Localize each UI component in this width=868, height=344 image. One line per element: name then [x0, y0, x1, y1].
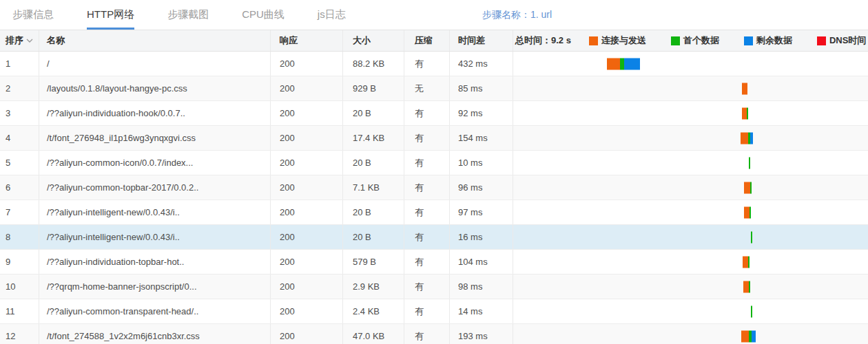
waterfall-bar[interactable]	[607, 58, 640, 69]
waterfall-bar[interactable]	[751, 305, 752, 317]
header-time-diff: 时间差	[450, 30, 513, 51]
waterfall-cell	[513, 299, 868, 323]
legend-item-connect: 连接与发送	[589, 34, 646, 47]
waterfall-cell	[513, 324, 868, 344]
compression-flag: 有	[404, 299, 450, 323]
compression-flag: 有	[404, 101, 450, 125]
tab-label-cpu-curve: CPU曲线	[242, 8, 285, 21]
row-index: 8	[0, 225, 39, 249]
row-index: 1	[0, 52, 39, 76]
request-name[interactable]: /t/font_274588_1v2x2m6j61cnb3xr.css	[39, 324, 271, 344]
response-size: 88.2 KB	[343, 52, 404, 76]
request-name[interactable]: /??aliyun-common-icon/0.0.7/index...	[39, 151, 271, 175]
compression-flag: 有	[404, 200, 450, 224]
header-name: 名称	[39, 30, 271, 51]
table-row-selected[interactable]: 8 /??aliyun-intelligent-new/0.0.43/i.. 2…	[0, 225, 868, 250]
tab-step-screenshot[interactable]: 步骤截图	[167, 0, 209, 30]
legend-label: 连接与发送	[601, 34, 646, 47]
row-index: 7	[0, 200, 39, 224]
legend-item-dns: DNS时间	[817, 34, 866, 47]
table-row[interactable]: 5 /??aliyun-common-icon/0.0.7/index... 2…	[0, 151, 868, 175]
step-name-value[interactable]: 1. url	[530, 9, 552, 20]
response-size: 20 B	[343, 200, 404, 224]
response-code: 200	[271, 101, 343, 125]
request-name[interactable]: /??aliyun-common-topbar-2017/0.0.2..	[39, 175, 271, 200]
tab-step-info[interactable]: 步骤信息	[12, 0, 54, 30]
table-row[interactable]: 6 /??aliyun-common-topbar-2017/0.0.2.. 2…	[0, 175, 868, 200]
legend-item-first: 首个数据	[671, 34, 719, 47]
tab-cpu-curve[interactable]: CPU曲线	[242, 0, 285, 30]
table-row[interactable]: 12 /t/font_274588_1v2x2m6j61cnb3xr.css 2…	[0, 324, 868, 344]
request-name[interactable]: /??qrqm-home-banner-jsonpscript/0...	[39, 275, 271, 299]
waterfall-cell	[513, 225, 868, 249]
time-diff: 154 ms	[450, 126, 513, 150]
waterfall-bar[interactable]	[741, 330, 756, 342]
request-name[interactable]: /t/font_276948_il1p16wg3ynqxgvi.css	[39, 126, 271, 150]
waterfall-bar[interactable]	[744, 182, 752, 193]
request-name[interactable]: /	[39, 52, 271, 76]
chevron-down-icon[interactable]	[26, 39, 33, 43]
step-name-label: 步骤名称：	[482, 9, 530, 20]
total-time-label: 总时间：9.2 s	[515, 34, 571, 47]
waterfall-bar[interactable]	[749, 157, 750, 169]
response-size: 20 B	[343, 101, 404, 125]
waterfall-bar[interactable]	[744, 206, 751, 218]
header-compression: 压缩	[404, 30, 450, 51]
waterfall-bar[interactable]	[743, 256, 750, 268]
row-index: 9	[0, 250, 39, 274]
waterfall-segment-connect	[741, 330, 749, 342]
waterfall-segment-first	[748, 256, 750, 268]
table-row[interactable]: 4 /t/font_276948_il1p16wg3ynqxgvi.css 20…	[0, 126, 868, 151]
response-size: 20 B	[343, 151, 404, 175]
header-sort[interactable]: 排序	[0, 30, 39, 51]
table-header: 排序 名称 响应 大小 压缩 时间差 总时间：9.2 s 连接与发送 首个数据 …	[0, 30, 868, 52]
response-code: 200	[271, 299, 343, 323]
waterfall-cell	[513, 126, 868, 150]
header-waterfall: 总时间：9.2 s 连接与发送 首个数据 剩余数据 DNS时间	[513, 30, 868, 51]
row-index: 3	[0, 101, 39, 125]
request-name[interactable]: /??aliyun-intelligent-new/0.0.43/i..	[39, 200, 271, 224]
waterfall-segment-first	[749, 281, 750, 292]
response-code: 200	[271, 151, 343, 175]
request-name[interactable]: /layouts/0.1.8/layout-hangye-pc.css	[39, 76, 271, 100]
request-name[interactable]: /??aliyun-common-transparent-head/..	[39, 299, 271, 323]
row-index: 10	[0, 275, 39, 299]
waterfall-bar[interactable]	[741, 132, 753, 144]
waterfall-segment-first	[750, 206, 751, 218]
waterfall-bar[interactable]	[743, 281, 750, 292]
table-row[interactable]: 2 /layouts/0.1.8/layout-hangye-pc.css 20…	[0, 76, 868, 101]
request-name[interactable]: /??aliyun-individuation-topbar-hot..	[39, 250, 271, 274]
waterfall-cell	[513, 175, 868, 200]
row-index: 5	[0, 151, 39, 175]
time-diff: 14 ms	[450, 299, 513, 323]
waterfall-segment-connect	[743, 281, 749, 292]
waterfall-bar[interactable]	[742, 83, 747, 94]
waterfall-segment-rest	[750, 132, 753, 144]
legend-label: 首个数据	[683, 34, 719, 47]
time-diff: 432 ms	[450, 52, 513, 76]
request-name[interactable]: /??aliyun-intelligent-new/0.0.43/i..	[39, 225, 271, 249]
compression-flag: 有	[404, 275, 450, 299]
waterfall-bar[interactable]	[751, 231, 752, 243]
response-code: 200	[271, 175, 343, 200]
legend-color-icon	[744, 36, 753, 45]
waterfall-cell	[513, 76, 868, 100]
table-row[interactable]: 3 /??aliyun-individuation-hook/0.0.7.. 2…	[0, 101, 868, 126]
legend-label: DNS时间	[829, 34, 866, 47]
table-row[interactable]: 1 / 200 88.2 KB 有 432 ms	[0, 52, 868, 76]
table-row[interactable]: 9 /??aliyun-individuation-topbar-hot.. 2…	[0, 250, 868, 275]
row-index: 2	[0, 76, 39, 100]
request-name[interactable]: /??aliyun-individuation-hook/0.0.7..	[39, 101, 271, 125]
waterfall-segment-first	[751, 231, 752, 243]
tab-js-log[interactable]: js日志	[318, 0, 346, 30]
waterfall-bar[interactable]	[742, 107, 748, 119]
tab-http-network[interactable]: HTTP网络	[87, 0, 134, 30]
table-row[interactable]: 7 /??aliyun-intelligent-new/0.0.43/i.. 2…	[0, 200, 868, 225]
table-row[interactable]: 11 /??aliyun-common-transparent-head/.. …	[0, 299, 868, 324]
legend-item-rest: 剩余数据	[744, 34, 792, 47]
compression-flag: 有	[404, 324, 450, 344]
waterfall-cell	[513, 101, 868, 125]
row-index: 4	[0, 126, 39, 150]
compression-flag: 有	[404, 52, 450, 76]
table-row[interactable]: 10 /??qrqm-home-banner-jsonpscript/0... …	[0, 275, 868, 299]
